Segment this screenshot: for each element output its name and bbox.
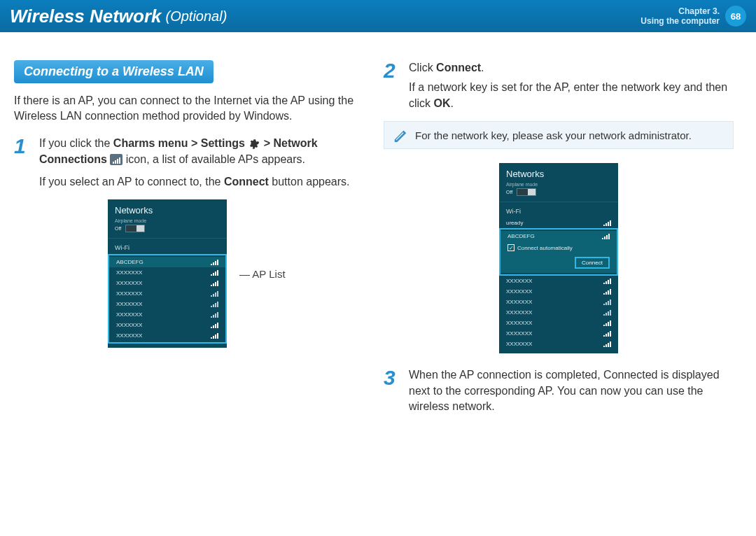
- note-box: For the network key, please ask your net…: [384, 121, 734, 149]
- step-3: 3 When the AP connection is completed, C…: [384, 367, 734, 414]
- ap-row[interactable]: XXXXXXX: [499, 318, 618, 328]
- networks-panel-connect: Networks Airplane mode Off Wi-Fi uready …: [499, 163, 618, 353]
- ap-row[interactable]: XXXXXXX: [109, 309, 225, 320]
- ap-row-selected[interactable]: ABCDEFG: [500, 231, 617, 241]
- step-number: 3: [384, 367, 400, 414]
- header-meta: Chapter 3. Using the computer 68: [640, 6, 746, 27]
- signal-icon: [211, 260, 218, 265]
- ap-list-highlight: ABCDEFG XXXXXXX XXXXXXX XXXXXXX XXXXXXX …: [108, 254, 227, 344]
- section-title: Connecting to a Wireless LAN: [14, 60, 214, 83]
- step-1: 1 If you click the Charms menu > Setting…: [14, 136, 364, 190]
- chapter-label: Chapter 3.: [640, 6, 720, 16]
- ap-row[interactable]: XXXXXXX: [109, 299, 225, 309]
- signal-bars-icon: [110, 154, 122, 165]
- step1-line1: If you click the Charms menu > Settings …: [39, 136, 364, 167]
- page-header: Wireless Network (Optional) Chapter 3. U…: [0, 0, 756, 32]
- airplane-toggle[interactable]: [125, 225, 145, 232]
- panel-title: Networks: [499, 163, 618, 182]
- selected-ap-block: ABCDEFG ✓ Connect automatically Connect: [499, 228, 618, 276]
- ap-row[interactable]: XXXXXXX: [499, 286, 618, 297]
- step-number: 1: [14, 136, 31, 190]
- ap-row[interactable]: XXXXXXX: [109, 288, 225, 299]
- step-2: 2 Click Connect. If a network key is set…: [384, 60, 734, 111]
- note-icon: [393, 127, 408, 143]
- ap-row[interactable]: XXXXXXX: [109, 267, 225, 278]
- panel-title: Networks: [108, 199, 227, 218]
- step1-line2: If you select an AP to connect to, the C…: [39, 174, 364, 190]
- ap-row[interactable]: XXXXXXX: [499, 328, 618, 339]
- chapter-subtitle: Using the computer: [640, 16, 720, 26]
- ap-list-callout: — AP List: [239, 268, 286, 280]
- ap-row[interactable]: XXXXXXX: [109, 320, 225, 330]
- header-title-sub: (Optional): [166, 8, 227, 24]
- ap-row[interactable]: uready: [499, 218, 618, 228]
- airplane-toggle[interactable]: [517, 188, 536, 196]
- right-column: 2 Click Connect. If a network key is set…: [384, 60, 734, 424]
- ap-row[interactable]: XXXXXXX: [499, 307, 618, 318]
- intro-paragraph: If there is an AP, you can connect to th…: [14, 93, 364, 123]
- airplane-mode-label: Airplane mode: [499, 182, 618, 187]
- connect-button[interactable]: Connect: [575, 257, 610, 269]
- auto-connect-row[interactable]: ✓ Connect automatically: [500, 241, 617, 254]
- step-number: 2: [384, 60, 400, 111]
- header-title-main: Wireless Network: [10, 6, 162, 27]
- left-column: Connecting to a Wireless LAN If there is…: [14, 60, 364, 424]
- airplane-mode-label: Airplane mode: [108, 218, 227, 223]
- wifi-label: Wi-Fi: [108, 240, 227, 254]
- note-text: For the network key, please ask your net…: [415, 129, 692, 141]
- wifi-label: Wi-Fi: [499, 204, 618, 218]
- toggle-state: Off: [115, 226, 121, 231]
- step3-text: When the AP connection is completed, Con…: [409, 367, 734, 414]
- ap-row[interactable]: XXXXXXX: [499, 297, 618, 307]
- networks-panel: Networks Airplane mode Off Wi-Fi ABCDEFG…: [108, 199, 227, 348]
- page-number-badge: 68: [725, 6, 746, 27]
- toggle-state: Off: [506, 190, 512, 195]
- ap-row[interactable]: XXXXXXX: [499, 276, 618, 286]
- ap-row-selected[interactable]: ABCDEFG: [109, 257, 225, 267]
- ap-row[interactable]: XXXXXXX: [109, 278, 225, 288]
- step2-line1: Click Connect.: [409, 60, 734, 76]
- step2-line2: If a network key is set for the AP, ente…: [409, 80, 734, 111]
- gear-icon: [248, 138, 260, 150]
- ap-row[interactable]: XXXXXXX: [109, 330, 225, 341]
- checkbox-icon: ✓: [507, 244, 514, 251]
- ap-row[interactable]: XXXXXXX: [499, 339, 618, 349]
